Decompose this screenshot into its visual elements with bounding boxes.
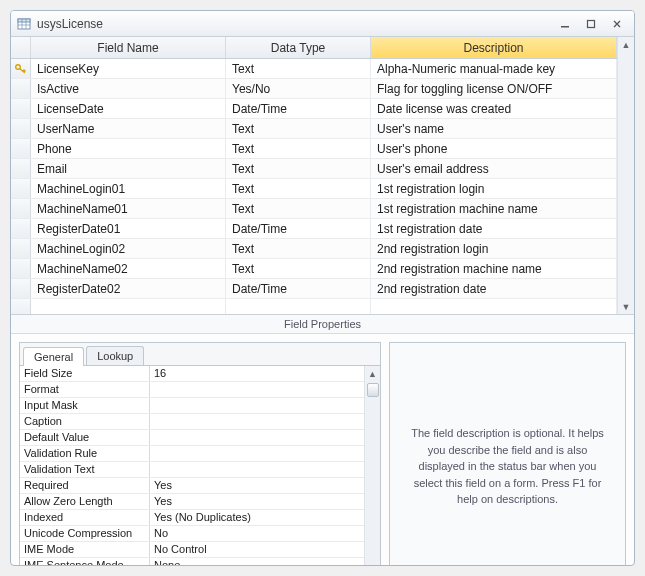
row-selector[interactable] [11, 299, 31, 314]
property-value[interactable] [150, 446, 364, 461]
description-cell[interactable]: 1st registration date [371, 219, 617, 238]
col-header-data-type[interactable]: Data Type [226, 37, 371, 58]
property-value[interactable]: Yes (No Duplicates) [150, 510, 364, 525]
property-value[interactable]: Yes [150, 478, 364, 493]
tab-general[interactable]: General [23, 347, 84, 366]
field-grid[interactable]: Field Name Data Type Description License… [11, 37, 617, 314]
property-value[interactable]: 16 [150, 366, 364, 381]
table-row[interactable]: MachineName01Text1st registration machin… [11, 199, 617, 219]
row-selector[interactable] [11, 99, 31, 118]
field-name-cell[interactable]: MachineName01 [31, 199, 226, 218]
data-type-cell[interactable]: Text [226, 259, 371, 278]
property-value[interactable]: No Control [150, 542, 364, 557]
property-row[interactable]: Validation Text [20, 462, 364, 478]
row-selector[interactable] [11, 59, 31, 78]
prop-scroll-thumb[interactable] [367, 383, 379, 397]
table-row[interactable]: PhoneTextUser's phone [11, 139, 617, 159]
table-row[interactable]: IsActiveYes/NoFlag for toggling license … [11, 79, 617, 99]
description-cell[interactable] [371, 299, 617, 314]
description-cell[interactable]: Alpha-Numeric manual-made key [371, 59, 617, 78]
col-header-description[interactable]: Description [371, 37, 617, 58]
field-name-cell[interactable]: RegisterDate01 [31, 219, 226, 238]
description-cell[interactable]: User's email address [371, 159, 617, 178]
close-button[interactable] [606, 15, 628, 33]
scroll-up[interactable]: ▲ [619, 37, 634, 52]
property-row[interactable]: Field Size16 [20, 366, 364, 382]
vertical-scrollbar[interactable]: ▲ ▼ [617, 37, 634, 314]
prop-scroll-up[interactable]: ▲ [365, 366, 380, 381]
property-value[interactable]: No [150, 526, 364, 541]
property-value[interactable] [150, 414, 364, 429]
data-type-cell[interactable]: Text [226, 239, 371, 258]
table-row[interactable]: RegisterDate02Date/Time2nd registration … [11, 279, 617, 299]
description-cell[interactable]: 2nd registration login [371, 239, 617, 258]
row-selector[interactable] [11, 119, 31, 138]
property-row[interactable]: IndexedYes (No Duplicates) [20, 510, 364, 526]
minimize-button[interactable] [554, 15, 576, 33]
property-scrollbar[interactable]: ▲ ▼ [364, 366, 380, 565]
property-row[interactable]: Validation Rule [20, 446, 364, 462]
field-name-cell[interactable]: MachineLogin02 [31, 239, 226, 258]
row-selector[interactable] [11, 139, 31, 158]
property-row[interactable]: IME Sentence ModeNone [20, 558, 364, 565]
field-name-cell[interactable] [31, 299, 226, 314]
field-name-cell[interactable]: Phone [31, 139, 226, 158]
header-selector[interactable] [11, 37, 31, 58]
property-value[interactable] [150, 430, 364, 445]
row-selector[interactable] [11, 179, 31, 198]
description-cell[interactable]: User's phone [371, 139, 617, 158]
table-row[interactable]: MachineLogin02Text2nd registration login [11, 239, 617, 259]
table-row[interactable]: EmailTextUser's email address [11, 159, 617, 179]
description-cell[interactable]: User's name [371, 119, 617, 138]
data-type-cell[interactable]: Date/Time [226, 279, 371, 298]
property-row[interactable]: Caption [20, 414, 364, 430]
row-selector[interactable] [11, 279, 31, 298]
property-value[interactable] [150, 462, 364, 477]
description-cell[interactable]: 1st registration machine name [371, 199, 617, 218]
row-selector[interactable] [11, 219, 31, 238]
data-type-cell[interactable]: Text [226, 119, 371, 138]
field-name-cell[interactable]: LicenseKey [31, 59, 226, 78]
property-row[interactable]: Default Value [20, 430, 364, 446]
table-row[interactable]: RegisterDate01Date/Time1st registration … [11, 219, 617, 239]
table-row[interactable] [11, 299, 617, 314]
property-grid[interactable]: Field Size16FormatInput MaskCaptionDefau… [20, 366, 364, 565]
property-value[interactable] [150, 398, 364, 413]
maximize-button[interactable] [580, 15, 602, 33]
field-name-cell[interactable]: UserName [31, 119, 226, 138]
data-type-cell[interactable]: Date/Time [226, 219, 371, 238]
data-type-cell[interactable]: Date/Time [226, 99, 371, 118]
property-row[interactable]: Input Mask [20, 398, 364, 414]
row-selector[interactable] [11, 199, 31, 218]
field-name-cell[interactable]: Email [31, 159, 226, 178]
property-row[interactable]: IME ModeNo Control [20, 542, 364, 558]
table-row[interactable]: LicenseDateDate/TimeDate license was cre… [11, 99, 617, 119]
property-row[interactable]: Allow Zero LengthYes [20, 494, 364, 510]
data-type-cell[interactable] [226, 299, 371, 314]
property-row[interactable]: RequiredYes [20, 478, 364, 494]
data-type-cell[interactable]: Text [226, 179, 371, 198]
property-row[interactable]: Unicode CompressionNo [20, 526, 364, 542]
property-value[interactable]: None [150, 558, 364, 565]
data-type-cell[interactable]: Text [226, 199, 371, 218]
data-type-cell[interactable]: Text [226, 159, 371, 178]
scroll-down[interactable]: ▼ [619, 299, 634, 314]
row-selector[interactable] [11, 239, 31, 258]
description-cell[interactable]: Date license was created [371, 99, 617, 118]
description-cell[interactable]: 1st registration login [371, 179, 617, 198]
col-header-field-name[interactable]: Field Name [31, 37, 226, 58]
property-value[interactable] [150, 382, 364, 397]
property-value[interactable]: Yes [150, 494, 364, 509]
description-cell[interactable]: 2nd registration date [371, 279, 617, 298]
field-name-cell[interactable]: RegisterDate02 [31, 279, 226, 298]
row-selector[interactable] [11, 159, 31, 178]
description-cell[interactable]: 2nd registration machine name [371, 259, 617, 278]
data-type-cell[interactable]: Text [226, 59, 371, 78]
data-type-cell[interactable]: Yes/No [226, 79, 371, 98]
table-row[interactable]: LicenseKeyTextAlpha-Numeric manual-made … [11, 59, 617, 79]
data-type-cell[interactable]: Text [226, 139, 371, 158]
property-row[interactable]: Format [20, 382, 364, 398]
table-row[interactable]: MachineLogin01Text1st registration login [11, 179, 617, 199]
row-selector[interactable] [11, 259, 31, 278]
table-row[interactable]: MachineName02Text2nd registration machin… [11, 259, 617, 279]
